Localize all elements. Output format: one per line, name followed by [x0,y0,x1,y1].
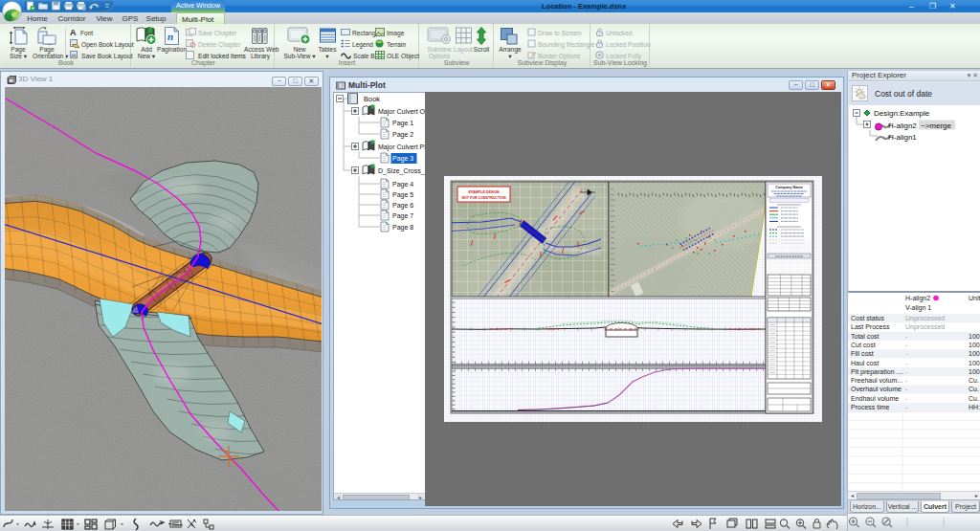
svg-text:Process time: Process time [851,404,890,410]
svg-text:100: 100 [969,333,980,340]
svg-text:Unit: Unit [969,295,980,301]
svg-text:D_Size_Cross_Sec: D_Size_Cross_Sec [378,167,425,175]
svg-text:Last Process: Last Process [851,323,890,330]
svg-text:Page 7: Page 7 [392,212,413,220]
svg-text:Page 8: Page 8 [392,224,413,232]
svg-text:Page 6: Page 6 [392,202,413,210]
svg-text:100: 100 [969,368,980,375]
svg-text:Unprocessed: Unprocessed [905,315,945,322]
svg-text:HH:: HH: [969,404,980,410]
svg-text:Company Name: Company Name [775,186,803,189]
svg-text:Major Culvert Ove: Major Culvert Ove [378,108,425,116]
svg-text:H-align1: H-align1 [888,133,917,142]
svg-text:NOT FOR CONSTRUCTION: NOT FOR CONSTRUCTION [461,196,506,200]
svg-text:Page 1: Page 1 [392,120,413,127]
svg-text:100: 100 [969,360,980,366]
svg-text:100: 100 [969,350,980,357]
svg-text:Cu.: Cu. [969,386,979,392]
svg-text:Cu.: Cu. [969,395,979,402]
svg-text:Total cost: Total cost [851,333,880,340]
svg-text:100: 100 [969,342,980,348]
svg-text:Design:Example: Design:Example [874,109,930,118]
svg-text:Page 3: Page 3 [392,155,413,163]
svg-text:Endhaul volume: Endhaul volume [851,395,899,402]
svg-text:H-align2: H-align2 [888,122,917,130]
svg-text:Cost status: Cost status [851,315,885,321]
svg-text:Unprocessed: Unprocessed [905,323,945,331]
svg-text:EXAMPLE DESIGN: EXAMPLE DESIGN [468,190,500,194]
svg-text:~>merge: ~>merge [921,122,952,130]
svg-text:V-align 1: V-align 1 [905,304,931,312]
svg-text:Page 4: Page 4 [392,181,413,188]
svg-text:Book: Book [364,95,380,103]
svg-text:Fill cost: Fill cost [851,350,874,357]
svg-text:n: n [167,31,173,42]
svg-text:Pit preparation ....: Pit preparation .... [851,368,903,376]
svg-text:Overhaul volume: Overhaul volume [851,386,902,392]
svg-text:Freehaul volum...: Freehaul volum... [851,377,902,384]
svg-text:Page 5: Page 5 [392,191,413,199]
svg-text:Cut cost: Cut cost [851,342,876,348]
svg-text:Haul cost: Haul cost [851,360,879,366]
svg-text:Cu.: Cu. [969,377,979,384]
svg-text:H-align2: H-align2 [905,295,930,302]
svg-text:A: A [70,28,77,36]
svg-text:Major Culvert PP: Major Culvert PP [378,144,425,151]
svg-text:Page 2: Page 2 [392,131,413,139]
